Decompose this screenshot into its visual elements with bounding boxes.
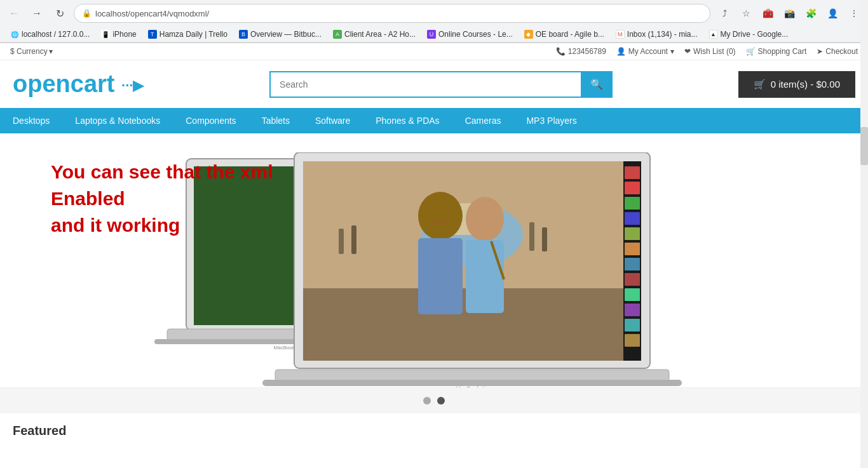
- currency-label: $ Currency: [10, 47, 48, 56]
- shopping-cart-link[interactable]: 🛒 Shopping Cart: [746, 47, 807, 56]
- svg-rect-44: [625, 273, 640, 286]
- bookmark-a2hosting-label: Client Area - A2 Ho...: [344, 30, 416, 39]
- svg-rect-42: [625, 243, 640, 255]
- cart-label: 0 item(s) - $0.00: [771, 79, 840, 90]
- checkout-label: Checkout: [825, 47, 858, 56]
- svg-rect-33: [466, 240, 504, 313]
- svg-rect-45: [625, 288, 640, 301]
- search-input[interactable]: [269, 71, 581, 98]
- cart-icon: 🛒: [754, 79, 766, 90]
- featured-title: Featured: [13, 424, 855, 445]
- banner-text: You can see that the xml Enabled and it …: [51, 159, 343, 239]
- svg-text:MacBook Air: MacBook Air: [456, 385, 489, 387]
- my-account-link[interactable]: 👤 My Account ▾: [616, 47, 674, 56]
- wish-list-link[interactable]: ❤ Wish List (0): [684, 47, 736, 56]
- bookmarks-bar: 🌐 localhost / 127.0.0... 📱 iPhone T Hamz…: [0, 27, 868, 43]
- extension-icon[interactable]: 🧰: [759, 4, 776, 22]
- screenshot-icon[interactable]: 📸: [780, 4, 798, 22]
- bookmark-agile-label: OE board - Agile b...: [536, 30, 604, 39]
- carousel-dot-2[interactable]: [437, 397, 445, 404]
- currency-button[interactable]: $ Currency ▾: [10, 47, 53, 56]
- favicon-agile: ◆: [524, 30, 533, 39]
- nav-item-mp3[interactable]: MP3 Players: [513, 108, 589, 133]
- bookmark-localhost-label: localhost / 127.0.0...: [22, 30, 90, 39]
- phone-link[interactable]: 📞 123456789: [556, 47, 606, 56]
- search-bar: 🔍: [269, 71, 613, 98]
- phone-number: 123456789: [568, 47, 606, 56]
- bookmark-agile[interactable]: ◆ OE board - Agile b...: [519, 29, 609, 40]
- bookmark-localhost[interactable]: 🌐 localhost / 127.0.0...: [5, 29, 95, 40]
- my-account-label: My Account: [628, 47, 668, 56]
- phone-icon: 📞: [556, 47, 566, 56]
- svg-rect-40: [625, 212, 640, 225]
- svg-rect-48: [625, 334, 640, 347]
- svg-point-32: [466, 197, 504, 241]
- wish-list-label: Wish List (0): [693, 47, 736, 56]
- favicon-trello: T: [148, 30, 157, 39]
- address-bar[interactable]: 🔒 localhost/opencart4/vqmodxml/: [74, 4, 710, 23]
- scrollbar[interactable]: [860, 0, 868, 445]
- logo[interactable]: opencart ···▶: [13, 70, 144, 98]
- favicon-gmail: M: [616, 30, 625, 39]
- bookmark-a2hosting[interactable]: A Client Area - A2 Ho...: [328, 29, 421, 40]
- favicon-iphone: 📱: [101, 30, 110, 39]
- nav-item-software[interactable]: Software: [302, 108, 363, 133]
- checkout-link[interactable]: ➤ Checkout: [817, 47, 858, 56]
- favicon-a2hosting: A: [333, 30, 342, 39]
- svg-point-35: [431, 219, 447, 225]
- nav-item-laptops[interactable]: Laptops & Notebooks: [62, 108, 173, 133]
- account-chevron-icon: ▾: [670, 47, 674, 56]
- favicon-gdrive: ▲: [709, 30, 718, 39]
- featured-section: Featured: [0, 413, 868, 445]
- carousel-dots: [0, 388, 868, 413]
- svg-rect-41: [625, 227, 640, 240]
- top-bar-left: $ Currency ▾: [10, 47, 53, 56]
- bookmark-gmail[interactable]: M Inbox (1,134) - mia...: [611, 29, 703, 40]
- svg-rect-31: [418, 238, 463, 314]
- bookmark-trello[interactable]: T Hamza Daily | Trello: [143, 29, 233, 40]
- puzzle-icon[interactable]: 🧩: [802, 4, 820, 22]
- shopping-cart-label: Shopping Cart: [758, 47, 807, 56]
- scrollbar-thumb[interactable]: [860, 127, 868, 165]
- reload-button[interactable]: ↻: [51, 4, 69, 22]
- banner-headline-line2: and it working: [51, 215, 180, 236]
- favicon-courses: U: [427, 30, 436, 39]
- forward-button[interactable]: →: [28, 4, 46, 22]
- cart-button[interactable]: 🛒 0 item(s) - $0.00: [738, 71, 855, 98]
- banner: You can see that the xml Enabled and it …: [0, 133, 868, 388]
- share-icon[interactable]: ⤴: [715, 4, 733, 22]
- svg-rect-27: [351, 225, 356, 254]
- cart-icon: 🛒: [746, 47, 756, 56]
- currency-chevron-icon: ▾: [49, 47, 53, 56]
- bookmark-gmail-label: Inbox (1,134) - mia...: [627, 30, 698, 39]
- carousel-dot-1[interactable]: [423, 397, 431, 404]
- bookmark-bitbucket[interactable]: B Overview — Bitbuc...: [234, 29, 327, 40]
- nav-item-desktops[interactable]: Desktops: [0, 108, 62, 133]
- search-icon: 🔍: [590, 78, 603, 90]
- header: opencart ···▶ 🔍 🛒 0 item(s) - $0.00: [0, 60, 868, 108]
- nav-item-phones[interactable]: Phones & PDAs: [363, 108, 452, 133]
- nav-item-cameras[interactable]: Cameras: [452, 108, 514, 133]
- svg-rect-28: [529, 222, 534, 251]
- bookmark-courses[interactable]: U Online Courses - Le...: [422, 29, 518, 40]
- bookmark-star-icon[interactable]: ☆: [737, 4, 755, 22]
- svg-rect-37: [625, 166, 640, 179]
- search-button[interactable]: 🔍: [581, 71, 613, 98]
- bookmark-iphone[interactable]: 📱 iPhone: [96, 29, 141, 40]
- nav-item-tablets[interactable]: Tablets: [249, 108, 302, 133]
- bookmark-gdrive-label: My Drive - Google...: [721, 30, 789, 39]
- banner-headline-line1: You can see that the xml Enabled: [51, 161, 273, 209]
- back-button[interactable]: ←: [5, 4, 23, 22]
- nav-item-components[interactable]: Components: [173, 108, 248, 133]
- bookmark-gdrive[interactable]: ▲ My Drive - Google...: [704, 29, 794, 40]
- bookmark-bitbucket-label: Overview — Bitbuc...: [250, 30, 322, 39]
- svg-rect-46: [625, 304, 640, 316]
- browser-toolbar: ← → ↻ 🔒 localhost/opencart4/vqmodxml/ ⤴ …: [0, 0, 868, 27]
- bookmark-trello-label: Hamza Daily | Trello: [159, 30, 227, 39]
- top-bar-right: 📞 123456789 👤 My Account ▾ ❤ Wish List (…: [556, 47, 858, 56]
- svg-rect-38: [625, 182, 640, 194]
- bookmark-courses-label: Online Courses - Le...: [438, 30, 513, 39]
- top-bar: $ Currency ▾ 📞 123456789 👤 My Account ▾ …: [0, 43, 868, 60]
- person-icon[interactable]: 👤: [824, 4, 841, 22]
- svg-point-30: [418, 192, 463, 240]
